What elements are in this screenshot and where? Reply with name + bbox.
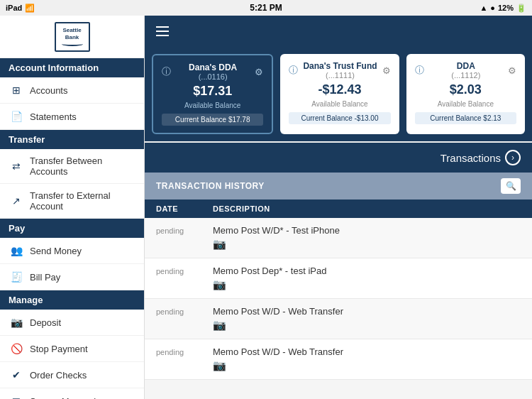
account-balance-label-1: Available Balance [289, 100, 390, 108]
sidebar: SeattleBank Account Information ⊞ Accoun… [0, 16, 145, 399]
sidebar-item-deposit-label: Deposit [30, 317, 61, 328]
gear-icon-1[interactable]: ⚙ [382, 65, 391, 76]
arrow-out-icon: ↗ [10, 195, 23, 207]
account-number-0: (...0116) [171, 72, 255, 81]
sidebar-logo: SeattleBank [0, 16, 144, 58]
account-balance-1: -$12.43 [289, 82, 390, 97]
tx-date-2: pending [156, 306, 213, 316]
status-bar-right: ▲ ● 12% 🔋 [480, 4, 526, 13]
sidebar-item-accounts-label: Accounts [30, 85, 67, 96]
status-bar: iPad 📶 5:21 PM ▲ ● 12% 🔋 [0, 0, 532, 16]
account-name-0: Dana's DDA [171, 62, 255, 72]
sidebar-item-transfer-between[interactable]: ⇄ Transfer Between Accounts [0, 149, 144, 184]
stop-icon: 🚫 [10, 342, 23, 355]
account-name-1: Dana's Trust Fund [298, 61, 382, 71]
sidebar-item-send-money-label: Send Money [30, 246, 82, 256]
account-card-dda-1112[interactable]: ⓘ DDA (...1112) ⚙ $2.03 Available Balanc… [406, 54, 525, 134]
sidebar-item-secure-messaging[interactable]: ✉ Secure Messaging [0, 388, 144, 399]
tx-table-header: DATE DESCRIPTION [145, 200, 532, 218]
sidebar-item-bill-pay[interactable]: 🧾 Bill Pay [0, 264, 144, 290]
tx-desc-2: Memo Post W/D - Web Transfer [213, 306, 521, 317]
camera-icon-row-1[interactable]: 📷 [213, 278, 521, 291]
logo-box: SeattleBank [55, 22, 90, 52]
table-row[interactable]: pending Memo Post Dep* - test iPad 📷 [145, 258, 532, 299]
camera-icon-row-2[interactable]: 📷 [213, 319, 521, 332]
sidebar-item-order-checks[interactable]: ✔ Order Checks [0, 362, 144, 388]
logo-wave [62, 42, 83, 46]
check-icon: ✔ [10, 368, 23, 381]
sidebar-item-deposit[interactable]: 📷 Deposit [0, 310, 144, 336]
tx-desc-block-1: Memo Post Dep* - test iPad 📷 [213, 266, 521, 291]
camera-icon-row-0[interactable]: 📷 [213, 238, 521, 251]
tx-history-header: TRANSACTION HISTORY 🔍 [145, 173, 532, 200]
account-current-balance-2: Current Balance $2.13 [415, 112, 516, 124]
main-content: ⓘ Dana's DDA (...0116) ⚙ $17.31 Availabl… [145, 16, 532, 399]
table-row[interactable]: pending Memo Post W/D - Web Transfer 📷 [145, 339, 532, 380]
table-row[interactable]: pending Memo Post W/D* - Test iPhone 📷 [145, 218, 532, 258]
wifi-icon: 📶 [25, 4, 35, 13]
gear-icon-0[interactable]: ⚙ [255, 67, 263, 77]
account-number-2: (...1112) [424, 71, 508, 80]
receipt-icon: 🧾 [10, 270, 23, 283]
sidebar-item-transfer-between-label: Transfer Between Accounts [30, 155, 134, 177]
account-name-number-2: DDA (...1112) [424, 61, 508, 80]
info-icon-0[interactable]: ⓘ [162, 65, 171, 78]
tx-col-date-header: DATE [156, 204, 213, 213]
sidebar-item-send-money[interactable]: 👥 Send Money [0, 238, 144, 264]
message-icon: ✉ [10, 395, 23, 399]
tx-desc-0: Memo Post W/D* - Test iPhone [213, 225, 521, 236]
camera-icon: 📷 [10, 316, 23, 329]
account-current-balance-0: Current Balance $17.78 [162, 114, 263, 126]
gear-icon-2[interactable]: ⚙ [508, 65, 516, 76]
status-bar-time: 5:21 PM [250, 3, 282, 13]
account-card-dana-dda[interactable]: ⓘ Dana's DDA (...0116) ⚙ $17.31 Availabl… [152, 54, 273, 134]
sidebar-item-stop-payment-label: Stop Payment [30, 344, 88, 354]
account-card-header-1: ⓘ Dana's Trust Fund (...1111) ⚙ [289, 61, 390, 80]
info-icon-2[interactable]: ⓘ [415, 64, 424, 77]
camera-icon-row-3[interactable]: 📷 [213, 359, 521, 372]
sidebar-item-statements-label: Statements [30, 111, 77, 122]
search-box[interactable]: 🔍 [501, 178, 521, 194]
section-header-account-information: Account Information [0, 58, 144, 77]
carrier-label: iPad [6, 4, 22, 12]
transactions-link[interactable]: Transactions › [440, 150, 521, 165]
account-name-number-1: Dana's Trust Fund (...1111) [298, 61, 382, 80]
logo-text: SeattleBank [62, 27, 81, 40]
sidebar-item-statements[interactable]: 📄 Statements [0, 104, 144, 130]
hamburger-line-3 [156, 35, 169, 36]
tx-desc-block-3: Memo Post W/D - Web Transfer 📷 [213, 346, 521, 372]
section-header-pay: Pay [0, 219, 144, 238]
tx-desc-1: Memo Post Dep* - test iPad [213, 266, 521, 276]
people-icon: 👥 [10, 244, 23, 257]
tx-date-1: pending [156, 266, 213, 275]
sidebar-item-transfer-external[interactable]: ↗ Transfer to External Account [0, 184, 144, 219]
top-nav [145, 16, 532, 47]
hamburger-button[interactable] [156, 26, 169, 36]
account-card-dana-trust[interactable]: ⓘ Dana's Trust Fund (...1111) ⚙ -$12.43 … [280, 54, 399, 134]
tx-list: pending Memo Post W/D* - Test iPhone 📷 p… [145, 218, 532, 399]
account-card-header-0: ⓘ Dana's DDA (...0116) ⚙ [162, 62, 263, 81]
account-name-number-0: Dana's DDA (...0116) [171, 62, 255, 81]
account-current-balance-1: Current Balance -$13.00 [289, 112, 390, 124]
main-layout: SeattleBank Account Information ⊞ Accoun… [0, 16, 532, 399]
hamburger-line-1 [156, 26, 169, 28]
tx-col-desc-header: DESCRIPTION [213, 204, 521, 213]
tx-date-3: pending [156, 346, 213, 356]
sidebar-item-order-checks-label: Order Checks [30, 370, 87, 381]
battery-label: 12% [498, 4, 514, 12]
location-icon: ▲ [480, 4, 487, 12]
transactions-label: Transactions [440, 152, 501, 164]
sidebar-item-stop-payment[interactable]: 🚫 Stop Payment [0, 336, 144, 362]
chevron-right-icon: › [505, 150, 521, 165]
table-row[interactable]: pending Memo Post W/D - Web Transfer 📷 [145, 299, 532, 339]
account-number-1: (...1111) [298, 71, 382, 80]
tx-date-0: pending [156, 225, 213, 235]
transactions-banner[interactable]: Transactions › [145, 143, 532, 173]
sidebar-item-secure-messaging-label: Secure Messaging [30, 396, 106, 400]
tx-desc-3: Memo Post W/D - Web Transfer [213, 346, 521, 357]
battery-icon: 🔋 [516, 4, 526, 13]
grid-icon: ⊞ [10, 84, 23, 97]
info-icon-1[interactable]: ⓘ [289, 64, 298, 77]
sidebar-item-accounts[interactable]: ⊞ Accounts [0, 77, 144, 104]
account-balance-0: $17.31 [162, 84, 263, 99]
